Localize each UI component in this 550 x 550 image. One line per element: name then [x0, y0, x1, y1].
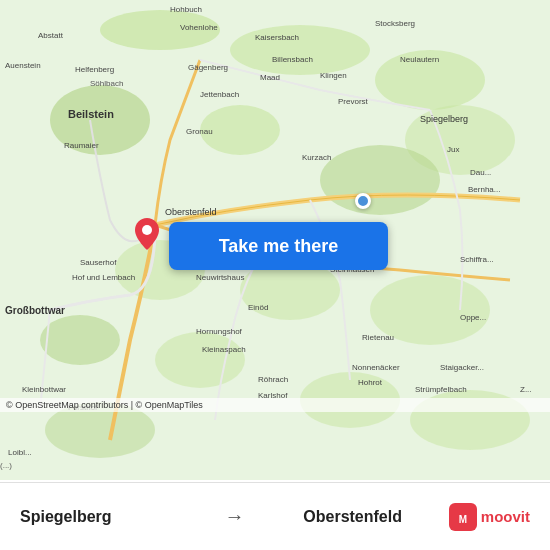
svg-text:Jettenbach: Jettenbach: [200, 90, 239, 99]
svg-text:Abstatt: Abstatt: [38, 31, 64, 40]
svg-text:Großbottwar: Großbottwar: [5, 305, 65, 316]
svg-text:Neuwirtshaus: Neuwirtshaus: [196, 273, 244, 282]
svg-text:Z...: Z...: [520, 385, 532, 394]
svg-text:M: M: [459, 514, 467, 525]
svg-point-11: [155, 332, 245, 388]
take-me-there-button[interactable]: Take me there: [169, 222, 388, 270]
svg-text:Klingen: Klingen: [320, 71, 347, 80]
svg-text:Beilstein: Beilstein: [68, 108, 114, 120]
svg-text:Einöd: Einöd: [248, 303, 268, 312]
svg-text:Hohbuch: Hohbuch: [170, 5, 202, 14]
svg-text:Dau...: Dau...: [470, 168, 491, 177]
svg-text:Gronau: Gronau: [186, 127, 213, 136]
svg-text:Kleinaspach: Kleinaspach: [202, 345, 246, 354]
svg-text:Jux: Jux: [447, 145, 459, 154]
map-container: Hohbuch Abstatt Vohenlohe Kaisersbach St…: [0, 0, 550, 480]
svg-text:Söhlbach: Söhlbach: [90, 79, 123, 88]
destination-pin: [135, 218, 159, 250]
svg-text:Nonnenäcker: Nonnenäcker: [352, 363, 400, 372]
svg-text:Spiegelberg: Spiegelberg: [420, 114, 468, 124]
svg-text:Oppe...: Oppe...: [460, 313, 486, 322]
svg-text:(...): (...): [0, 461, 12, 470]
svg-text:Raumaier: Raumaier: [64, 141, 99, 150]
svg-text:Maad: Maad: [260, 73, 280, 82]
to-location-label: Oberstenfeld: [256, 508, 448, 526]
svg-text:Bernha...: Bernha...: [468, 185, 500, 194]
svg-text:Sauserhof: Sauserhof: [80, 258, 117, 267]
svg-text:Röhrach: Röhrach: [258, 375, 288, 384]
svg-text:Oberstenfeld: Oberstenfeld: [165, 207, 217, 217]
svg-point-2: [230, 25, 370, 75]
svg-text:Neulautern: Neulautern: [400, 55, 439, 64]
svg-text:Strümpfelbach: Strümpfelbach: [415, 385, 467, 394]
svg-text:Kaisersbach: Kaisersbach: [255, 33, 299, 42]
svg-point-10: [40, 315, 120, 365]
svg-text:Schiffra...: Schiffra...: [460, 255, 494, 264]
origin-location-dot: [355, 193, 371, 209]
from-location-label: Spiegelberg: [20, 508, 212, 526]
svg-text:Helfenberg: Helfenberg: [75, 65, 114, 74]
svg-text:Vohenlohe: Vohenlohe: [180, 23, 218, 32]
moovit-logo: M moovit: [449, 503, 530, 531]
svg-text:Billensbach: Billensbach: [272, 55, 313, 64]
moovit-brand-text: moovit: [481, 508, 530, 525]
bottom-bar: Spiegelberg → Oberstenfeld M moovit: [0, 482, 550, 550]
svg-text:Stocksberg: Stocksberg: [375, 19, 415, 28]
moovit-icon: M: [449, 503, 477, 531]
svg-text:Kurzach: Kurzach: [302, 153, 331, 162]
svg-text:Hohrot: Hohrot: [358, 378, 383, 387]
svg-text:Rietenau: Rietenau: [362, 333, 394, 342]
svg-text:Staigacker...: Staigacker...: [440, 363, 484, 372]
svg-text:Hof und Lembach: Hof und Lembach: [72, 273, 135, 282]
svg-text:Prevorst: Prevorst: [338, 97, 369, 106]
svg-point-64: [142, 225, 152, 235]
map-attribution: © OpenStreetMap contributors | © OpenMap…: [0, 398, 550, 412]
svg-text:Loibl...: Loibl...: [8, 448, 32, 457]
arrow-icon: →: [224, 505, 244, 528]
svg-point-7: [320, 145, 440, 215]
svg-text:Hornungshof: Hornungshof: [196, 327, 243, 336]
svg-text:Kleinbottwar: Kleinbottwar: [22, 385, 66, 394]
svg-text:Auenstein: Auenstein: [5, 61, 41, 70]
svg-text:Gägenberg: Gägenberg: [188, 63, 228, 72]
